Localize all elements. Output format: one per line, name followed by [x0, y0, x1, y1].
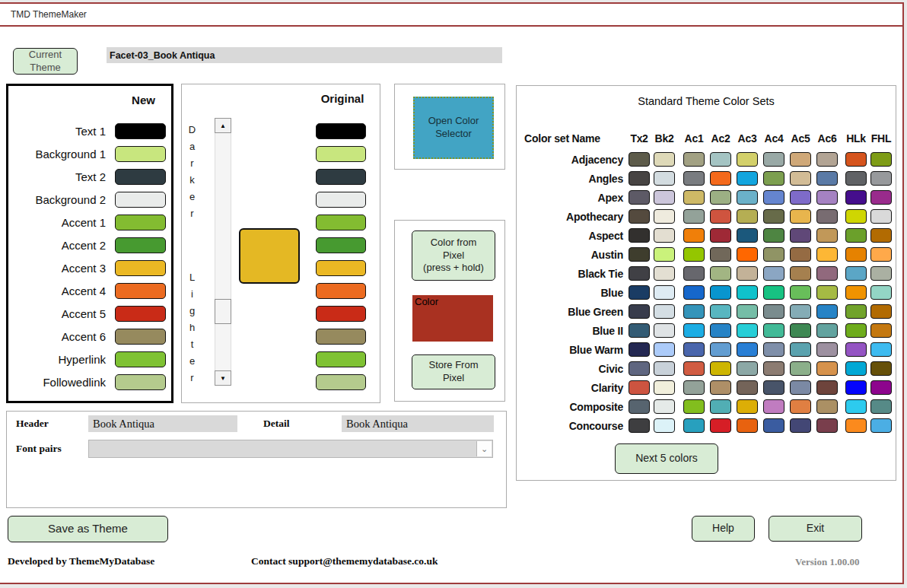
theme-set-color-swatch[interactable]: [790, 152, 811, 167]
theme-set-color-swatch[interactable]: [763, 399, 784, 414]
theme-set-color-swatch[interactable]: [763, 247, 784, 262]
theme-set-color-swatch[interactable]: [870, 266, 892, 281]
theme-set-color-swatch[interactable]: [737, 190, 758, 205]
theme-set-color-swatch[interactable]: [790, 190, 811, 205]
theme-set-color-swatch[interactable]: [710, 285, 731, 300]
theme-set-color-swatch[interactable]: [683, 285, 705, 300]
theme-set-color-swatch[interactable]: [870, 304, 892, 319]
theme-set-color-swatch[interactable]: [710, 323, 731, 338]
theme-set-color-swatch[interactable]: [763, 190, 784, 205]
theme-set-color-swatch[interactable]: [790, 323, 811, 338]
theme-set-color-swatch[interactable]: [737, 304, 758, 319]
theme-set-color-swatch[interactable]: [790, 171, 811, 186]
theme-set-color-swatch[interactable]: [816, 190, 838, 205]
new-color-swatch[interactable]: [115, 215, 166, 230]
theme-set-color-swatch[interactable]: [654, 304, 675, 319]
theme-set-color-swatch[interactable]: [683, 418, 705, 433]
theme-set-color-swatch[interactable]: [816, 361, 838, 376]
theme-set-color-swatch[interactable]: [710, 152, 731, 167]
theme-set-color-swatch[interactable]: [683, 323, 705, 338]
theme-set-color-swatch[interactable]: [654, 380, 675, 395]
new-color-swatch[interactable]: [115, 192, 166, 208]
new-color-swatch[interactable]: [115, 260, 166, 276]
current-theme-button[interactable]: Current Theme: [13, 48, 78, 75]
original-color-swatch[interactable]: [316, 351, 366, 367]
theme-set-color-swatch[interactable]: [845, 285, 867, 300]
original-color-swatch[interactable]: [316, 260, 366, 276]
new-color-swatch[interactable]: [115, 169, 166, 185]
theme-set-color-swatch[interactable]: [629, 361, 650, 376]
theme-set-color-swatch[interactable]: [710, 380, 731, 395]
theme-set-color-swatch[interactable]: [737, 152, 758, 167]
theme-set-color-swatch[interactable]: [737, 247, 758, 262]
theme-set-color-swatch[interactable]: [763, 228, 784, 243]
theme-set-color-swatch[interactable]: [790, 380, 811, 395]
original-color-swatch[interactable]: [316, 306, 366, 322]
theme-set-color-swatch[interactable]: [845, 190, 867, 205]
theme-set-color-swatch[interactable]: [816, 323, 838, 338]
theme-set-color-swatch[interactable]: [737, 228, 758, 243]
theme-set-color-swatch[interactable]: [654, 190, 675, 205]
theme-set-color-swatch[interactable]: [763, 171, 784, 186]
theme-set-color-swatch[interactable]: [629, 190, 650, 205]
theme-set-color-swatch[interactable]: [763, 304, 784, 319]
theme-set-color-swatch[interactable]: [710, 228, 731, 243]
new-color-swatch[interactable]: [115, 306, 166, 322]
theme-set-color-swatch[interactable]: [737, 380, 758, 395]
theme-set-color-swatch[interactable]: [763, 266, 784, 281]
theme-set-color-swatch[interactable]: [654, 152, 675, 167]
theme-set-color-swatch[interactable]: [629, 380, 650, 395]
color-from-pixel-button[interactable]: Color from Pixel (press + hold): [412, 230, 495, 281]
open-color-selector-button[interactable]: Open Color Selector: [413, 97, 494, 159]
scrollbar-track[interactable]: [215, 133, 231, 370]
theme-set-color-swatch[interactable]: [654, 361, 675, 376]
theme-set-color-swatch[interactable]: [763, 361, 784, 376]
new-color-swatch[interactable]: [115, 351, 166, 367]
theme-set-color-swatch[interactable]: [654, 323, 675, 338]
theme-set-color-swatch[interactable]: [629, 323, 650, 338]
theme-set-color-swatch[interactable]: [763, 209, 784, 224]
theme-set-color-swatch[interactable]: [737, 171, 758, 186]
save-as-theme-button[interactable]: Save as Theme: [8, 516, 168, 542]
theme-set-color-swatch[interactable]: [816, 266, 838, 281]
theme-set-color-swatch[interactable]: [629, 304, 650, 319]
theme-set-color-swatch[interactable]: [845, 171, 867, 186]
theme-set-color-swatch[interactable]: [710, 266, 731, 281]
theme-set-color-swatch[interactable]: [870, 399, 892, 414]
theme-set-color-swatch[interactable]: [845, 418, 867, 433]
theme-name-field[interactable]: Facet-03_Book Antiqua: [107, 47, 502, 63]
theme-set-color-swatch[interactable]: [683, 209, 705, 224]
theme-set-color-swatch[interactable]: [816, 304, 838, 319]
theme-set-color-swatch[interactable]: [763, 152, 784, 167]
theme-set-color-swatch[interactable]: [870, 342, 892, 357]
theme-set-color-swatch[interactable]: [683, 342, 705, 357]
theme-set-color-swatch[interactable]: [870, 361, 892, 376]
original-color-swatch[interactable]: [316, 146, 366, 162]
theme-set-color-swatch[interactable]: [845, 228, 867, 243]
theme-set-color-swatch[interactable]: [816, 171, 838, 186]
theme-set-color-swatch[interactable]: [710, 190, 731, 205]
theme-set-color-swatch[interactable]: [845, 342, 867, 357]
detail-font-field[interactable]: Book Antiqua: [342, 415, 494, 432]
font-pairs-dropdown[interactable]: ⌄: [88, 440, 493, 458]
theme-set-color-swatch[interactable]: [654, 209, 675, 224]
theme-set-color-swatch[interactable]: [870, 380, 892, 395]
theme-set-color-swatch[interactable]: [816, 399, 838, 414]
new-color-swatch[interactable]: [115, 283, 166, 299]
new-color-swatch[interactable]: [115, 237, 166, 253]
original-color-swatch[interactable]: [316, 123, 366, 139]
theme-set-color-swatch[interactable]: [737, 418, 758, 433]
theme-set-color-swatch[interactable]: [683, 190, 705, 205]
theme-set-color-swatch[interactable]: [710, 171, 731, 186]
theme-set-color-swatch[interactable]: [763, 380, 784, 395]
theme-set-color-swatch[interactable]: [683, 266, 705, 281]
new-color-swatch[interactable]: [115, 123, 166, 139]
theme-set-color-swatch[interactable]: [654, 266, 675, 281]
shade-scrollbar[interactable]: ▲ ▼: [215, 118, 231, 386]
theme-set-color-swatch[interactable]: [763, 418, 784, 433]
theme-set-color-swatch[interactable]: [845, 304, 867, 319]
theme-set-color-swatch[interactable]: [683, 361, 705, 376]
theme-set-color-swatch[interactable]: [816, 209, 838, 224]
theme-set-color-swatch[interactable]: [654, 285, 675, 300]
theme-set-color-swatch[interactable]: [816, 247, 838, 262]
